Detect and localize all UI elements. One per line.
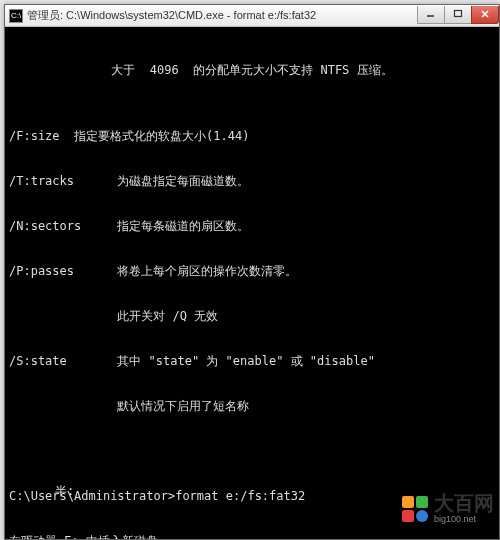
close-button[interactable]: [471, 6, 499, 24]
maximize-button[interactable]: [444, 6, 472, 24]
blank-line: [9, 444, 495, 459]
cmd-window: C:\ 管理员: C:\Windows\system32\CMD.exe - f…: [4, 4, 500, 540]
option-row: /N:sectors 指定每条磁道的扇区数。: [9, 219, 495, 234]
alloc-unit-msg: 大于 4096 的分配单元大小不支持 NTFS 压缩。: [9, 63, 495, 78]
window-title: 管理员: C:\Windows\system32\CMD.exe - forma…: [27, 8, 418, 23]
insert-disk-line: 在驱动器 E: 中插入新磁盘: [9, 534, 495, 539]
option-row: /T:tracks 为磁盘指定每面磁道数。: [9, 174, 495, 189]
titlebar[interactable]: C:\ 管理员: C:\Windows\system32\CMD.exe - f…: [5, 5, 499, 27]
option-row: 此开关对 /Q 无效: [9, 309, 495, 324]
svg-rect-1: [455, 11, 462, 17]
app-icon: C:\: [9, 9, 23, 23]
half-indicator: 半:: [55, 484, 74, 499]
terminal-output[interactable]: 大于 4096 的分配单元大小不支持 NTFS 压缩。 /F:size 指定要格…: [5, 27, 499, 539]
prompt-line: C:\Users\Administrator>format e:/fs:fat3…: [9, 489, 495, 504]
option-row: /P:passes 将卷上每个扇区的操作次数清零。: [9, 264, 495, 279]
option-row: /F:size 指定要格式化的软盘大小(1.44): [9, 129, 495, 144]
option-row: 默认情况下启用了短名称: [9, 399, 495, 414]
window-controls: [418, 6, 499, 24]
option-row: /S:state 其中 "state" 为 "enable" 或 "disabl…: [9, 354, 495, 369]
minimize-button[interactable]: [417, 6, 445, 24]
